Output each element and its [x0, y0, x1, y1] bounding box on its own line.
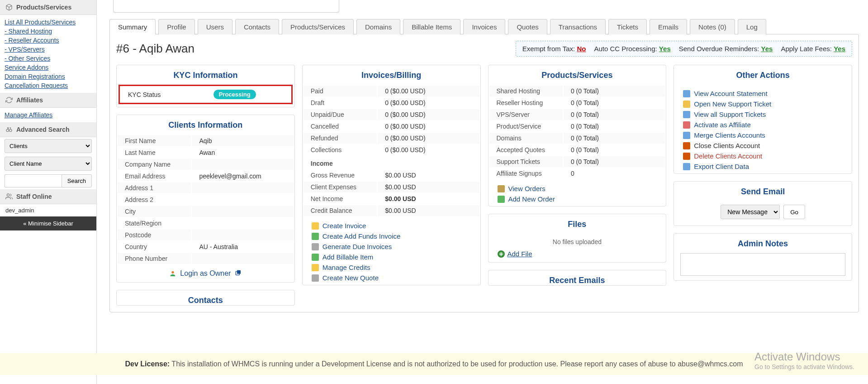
sidebar-link[interactable]: - Reseller Accounts [5, 36, 92, 45]
table-row: Product/Service0 (0 Total) [489, 121, 665, 132]
overdue-toggle[interactable]: Yes [761, 45, 773, 53]
table-row: Shared Hosting0 (0 Total) [489, 86, 665, 96]
other-action-link[interactable]: Delete Clients Account [683, 151, 843, 161]
login-as-owner[interactable]: Login as Owner [117, 265, 294, 282]
invoice-action-link[interactable]: Manage Credits [312, 262, 471, 273]
product-action-link[interactable]: View Orders [498, 183, 657, 194]
info-key: Client Expenses [304, 182, 377, 192]
info-key: Affiliate Signups [489, 168, 563, 179]
minimise-sidebar-button[interactable]: « Minimise Sidebar [0, 216, 96, 230]
other-action-link[interactable]: Activate as Affiliate [683, 120, 843, 130]
sidebar-link[interactable]: Service Addons [5, 63, 92, 72]
info-value: 0 (0 Total) [564, 97, 665, 108]
svg-point-3 [7, 194, 9, 196]
other-action-link[interactable]: Close Clients Account [683, 140, 843, 151]
client-settings-bar: Exempt from Tax: No Auto CC Processing: … [516, 41, 852, 57]
panel-recent-emails-title: Recent Emails [489, 270, 666, 285]
panel-admin-notes-title: Admin Notes [674, 234, 852, 253]
panel-clients-info: Clients Information First NameAqibLast N… [116, 115, 295, 283]
tabs: Summary Profile Users Contacts Products/… [109, 19, 859, 34]
tab-tickets[interactable]: Tickets [608, 19, 647, 34]
sidebar-link[interactable]: List All Products/Services [5, 18, 92, 27]
external-icon [234, 270, 242, 277]
tab-users[interactable]: Users [198, 19, 232, 34]
panel-send-email: Send Email New Message Go [674, 181, 852, 226]
panel-products-services: Products/Services Shared Hosting0 (0 Tot… [488, 65, 667, 206]
other-action-link[interactable]: Export Client Data [683, 161, 843, 172]
panel-files: Files No files uploaded + Add File [488, 214, 667, 263]
info-value: 0 ($0.00 USD) [378, 86, 479, 96]
binoculars-icon [5, 126, 13, 133]
dev-license-notice: Dev License: This installation of WHMCS … [0, 353, 868, 375]
invoice-action-link[interactable]: Generate Due Invoices [312, 241, 471, 252]
users-icon [5, 193, 13, 200]
tab-contacts[interactable]: Contacts [235, 19, 279, 34]
info-key: Net Income [304, 193, 377, 204]
tab-billable-items[interactable]: Billable Items [403, 19, 460, 34]
other-action-link[interactable]: View Account Statement [683, 88, 843, 99]
table-row: Gross Revenue$0.00 USD [304, 170, 479, 181]
table-row: City [118, 206, 294, 217]
auto-cc-toggle[interactable]: Yes [659, 45, 671, 53]
send-email-select[interactable]: New Message [721, 205, 780, 219]
admin-notes-textarea[interactable] [680, 253, 845, 276]
table-row: Draft0 ($0.00 USD) [304, 97, 479, 108]
tab-log[interactable]: Log [738, 19, 766, 34]
panel-invoices-title: Invoices/Billing [303, 65, 480, 85]
sidebar: Products/Services List All Products/Serv… [0, 0, 97, 384]
info-value: 0 (0 Total) [564, 109, 665, 120]
other-action-link[interactable]: Merge Clients Accounts [683, 130, 843, 140]
sidebar-header-staff: Staff Online [0, 189, 96, 204]
info-key: Accepted Quotes [489, 144, 563, 155]
sidebar-link[interactable]: - VPS/Servers [5, 45, 92, 54]
info-key: Company Name [118, 159, 191, 170]
kyc-status-row: KYC Status Processing [119, 85, 293, 104]
info-key: Cancelled [304, 121, 377, 132]
info-key: Refunded [304, 133, 377, 144]
sidebar-link[interactable]: Manage Affiliates [5, 110, 92, 120]
sidebar-link[interactable]: Domain Registrations [5, 72, 92, 81]
send-email-go-button[interactable]: Go [783, 205, 805, 219]
info-key: Email Address [118, 171, 191, 182]
tab-invoices[interactable]: Invoices [463, 19, 505, 34]
other-action-link[interactable]: Open New Support Ticket [683, 99, 843, 109]
invoice-action-link[interactable]: Create Add Funds Invoice [312, 231, 471, 241]
panel-kyc: KYC Information KYC Status Processing [116, 65, 295, 107]
info-key: Product/Service [489, 121, 563, 132]
other-actions-list: View Account StatementOpen New Support T… [674, 85, 852, 173]
action-icon [683, 153, 690, 160]
invoice-actions: Create InvoiceCreate Add Funds InvoiceGe… [303, 217, 480, 285]
tab-domains[interactable]: Domains [356, 19, 400, 34]
tab-quotes[interactable]: Quotes [508, 19, 547, 34]
info-value [192, 182, 293, 193]
table-row: Phone Number [118, 253, 294, 264]
tab-profile[interactable]: Profile [158, 19, 195, 34]
invoice-action-link[interactable]: Add Billable Item [312, 252, 471, 262]
invoice-action-link[interactable]: Create New Quote [312, 273, 471, 283]
sidebar-link[interactable]: Cancellation Requests [5, 81, 92, 90]
tab-notes[interactable]: Notes (0) [690, 19, 735, 34]
late-fees-toggle[interactable]: Yes [834, 45, 845, 53]
tab-emails[interactable]: Emails [650, 19, 687, 34]
search-type-select[interactable]: Clients [5, 139, 92, 153]
sidebar-products-links: List All Products/Services - Shared Host… [0, 15, 96, 93]
other-action-link[interactable]: View all Support Tickets [683, 109, 843, 120]
tab-products-services[interactable]: Products/Services [282, 19, 354, 34]
table-row: Client Expenses$0.00 USD [304, 182, 479, 192]
add-file-link[interactable]: + Add File [498, 250, 657, 258]
tab-summary[interactable]: Summary [109, 19, 156, 34]
info-value [192, 206, 293, 217]
info-value: Awan [192, 147, 293, 158]
tab-transactions[interactable]: Transactions [550, 19, 606, 34]
sidebar-link[interactable]: - Shared Hosting [5, 27, 92, 36]
search-field-select[interactable]: Client Name [5, 157, 92, 171]
sidebar-link[interactable]: - Other Services [5, 54, 92, 63]
search-input[interactable] [5, 174, 62, 187]
invoice-action-link[interactable]: Create Invoice [312, 221, 471, 231]
exempt-tax-toggle[interactable]: No [577, 45, 586, 53]
product-action-link[interactable]: Add New Order [498, 194, 657, 204]
info-key: City [118, 206, 191, 217]
product-actions: View OrdersAdd New Order [489, 180, 666, 206]
search-button[interactable]: Search [62, 174, 92, 187]
action-icon [312, 254, 319, 261]
